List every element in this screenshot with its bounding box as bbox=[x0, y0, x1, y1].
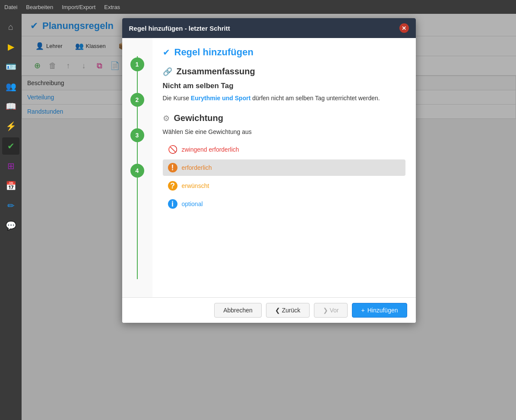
content-area: ✔ Planungsregeln 👤 Lehrer 👥 Klassen 📦 Rä… bbox=[22, 14, 516, 420]
erforderlich-label: erforderlich bbox=[182, 164, 212, 171]
menu-extras[interactable]: Extras bbox=[104, 4, 120, 10]
sidebar-item-graph[interactable]: ⚡ bbox=[2, 118, 19, 135]
next-button[interactable]: ❯ Vor bbox=[314, 303, 348, 318]
weight-subtitle: Wählen Sie eine Gewichtung aus bbox=[163, 128, 405, 135]
modal-close-button[interactable]: ✕ bbox=[399, 23, 409, 33]
summary-heading: Zusammenfassung bbox=[177, 67, 255, 76]
menu-importexport[interactable]: Import/Export bbox=[62, 4, 95, 10]
modal-title-text: Regel hinzufügen bbox=[174, 47, 253, 58]
sidebar: ⌂ ▶ 🪪 👥 📖 ⚡ ✔ ⊞ 📅 ✏ 💬 bbox=[0, 14, 22, 420]
step-4[interactable]: 4 bbox=[130, 164, 144, 178]
weight-options: 🚫 zwingend erforderlich ! erforderlich ? bbox=[163, 141, 405, 212]
summary-rule-desc: Die Kurse Eurythmie und Sport dürfen nic… bbox=[163, 94, 405, 103]
add-icon: + bbox=[361, 307, 364, 314]
menu-datei[interactable]: Datei bbox=[4, 4, 17, 10]
play-icon: ▶ bbox=[8, 41, 14, 52]
weight-option-optional[interactable]: i optional bbox=[163, 196, 405, 212]
step-2[interactable]: 2 bbox=[130, 93, 144, 107]
optional-label: optional bbox=[182, 200, 203, 207]
book-icon: 📖 bbox=[6, 101, 16, 111]
step-1[interactable]: 1 bbox=[130, 57, 144, 71]
sidebar-item-home[interactable]: ⌂ bbox=[2, 18, 19, 35]
modal-body: 1 2 3 4 bbox=[122, 38, 416, 297]
sidebar-item-book[interactable]: 📖 bbox=[2, 98, 19, 115]
add-button-modal[interactable]: + Hinzufügen bbox=[352, 303, 407, 318]
stepper: 1 2 3 4 bbox=[122, 38, 152, 297]
weight-option-erforderlich[interactable]: ! erforderlich bbox=[163, 159, 405, 176]
sidebar-item-grid[interactable]: ⊞ bbox=[2, 157, 19, 175]
summary-desc-highlight: Eurythmie und Sport bbox=[191, 95, 250, 102]
summary-rule-title: Nicht am selben Tag bbox=[163, 82, 405, 90]
sidebar-item-group[interactable]: 👥 bbox=[2, 78, 19, 95]
graph-icon: ⚡ bbox=[6, 121, 16, 131]
modal-title-icon: ✔ bbox=[163, 47, 170, 57]
edit-icon: ✏ bbox=[7, 200, 15, 211]
modal-header-title: Regel hinzufügen - letzter Schritt bbox=[129, 25, 230, 32]
weight-heading: Gewichtung bbox=[174, 113, 223, 123]
summary-desc-before: Die Kurse bbox=[163, 95, 191, 102]
modal-header: Regel hinzufügen - letzter Schritt ✕ bbox=[122, 18, 416, 38]
sidebar-item-play[interactable]: ▶ bbox=[2, 38, 19, 55]
menubar: Datei Bearbeiten Import/Export Extras bbox=[0, 0, 516, 14]
modal-footer: Abbrechen ❮ Zurück ❯ Vor + Hinzufügen bbox=[122, 297, 416, 323]
chat-icon: 💬 bbox=[6, 220, 16, 231]
checkmark-icon: ✔ bbox=[7, 141, 15, 151]
group-icon: 👥 bbox=[6, 81, 16, 92]
weight-option-erwuenscht[interactable]: ? erwünscht bbox=[163, 178, 405, 194]
zwingend-label: zwingend erforderlich bbox=[182, 146, 239, 153]
summary-section-header: 🔗 Zusammenfassung bbox=[163, 67, 405, 76]
summary-icon: 🔗 bbox=[163, 67, 172, 76]
weight-section-header: ⚙ Gewichtung bbox=[163, 113, 405, 123]
weight-option-zwingend[interactable]: 🚫 zwingend erforderlich bbox=[163, 141, 405, 158]
add-label: Hinzufügen bbox=[367, 307, 398, 314]
id-icon: 🪪 bbox=[6, 61, 16, 72]
weight-icon: ⚙ bbox=[163, 114, 170, 123]
sidebar-item-edit[interactable]: ✏ bbox=[2, 197, 19, 214]
sidebar-item-checkmark[interactable]: ✔ bbox=[2, 137, 19, 155]
step-3[interactable]: 3 bbox=[130, 128, 144, 142]
calendar-icon: 📅 bbox=[6, 181, 16, 191]
sidebar-item-calendar[interactable]: 📅 bbox=[2, 177, 19, 194]
modal-dialog: Regel hinzufügen - letzter Schritt ✕ 1 2 bbox=[122, 18, 416, 323]
zwingend-icon: 🚫 bbox=[168, 145, 177, 154]
optional-icon: i bbox=[168, 199, 177, 209]
sidebar-item-id[interactable]: 🪪 bbox=[2, 58, 19, 75]
cancel-button[interactable]: Abbrechen bbox=[214, 303, 262, 318]
erwuenscht-icon: ? bbox=[168, 181, 177, 191]
modal-page-title: ✔ Regel hinzufügen bbox=[163, 47, 405, 58]
modal-content: ✔ Regel hinzufügen 🔗 Zusammenfassung Nic… bbox=[152, 38, 416, 297]
menu-bearbeiten[interactable]: Bearbeiten bbox=[26, 4, 53, 10]
home-icon: ⌂ bbox=[8, 22, 13, 32]
grid-icon: ⊞ bbox=[7, 161, 15, 171]
summary-desc-after: dürfen nicht am selben Tag unterrichtet … bbox=[250, 95, 380, 102]
erwuenscht-label: erwünscht bbox=[182, 182, 209, 189]
sidebar-item-chat[interactable]: 💬 bbox=[2, 217, 19, 234]
erforderlich-icon: ! bbox=[168, 163, 177, 172]
back-button[interactable]: ❮ Zurück bbox=[266, 303, 310, 318]
modal-overlay: Regel hinzufügen - letzter Schritt ✕ 1 2 bbox=[22, 14, 516, 420]
